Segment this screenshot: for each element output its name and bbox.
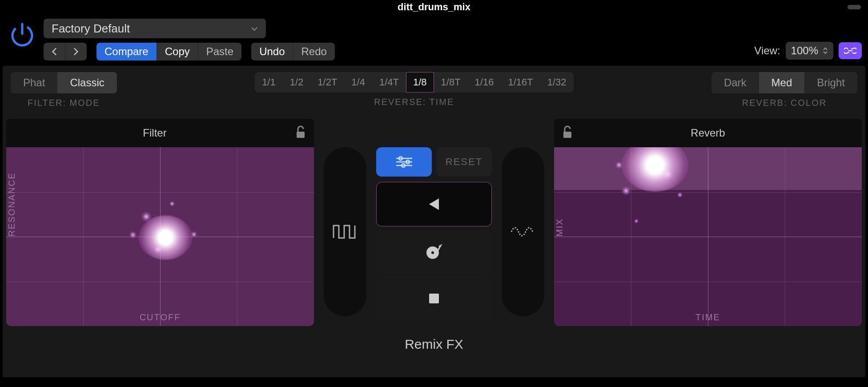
link-button[interactable] <box>839 42 862 59</box>
lock-open-icon[interactable] <box>562 125 573 141</box>
power-icon <box>9 21 36 48</box>
filter-pad-title: Filter <box>14 127 295 139</box>
reverse-time-option-1-8t[interactable]: 1/8T <box>434 72 468 93</box>
reverse-time-option-1-32[interactable]: 1/32 <box>540 72 574 93</box>
plugin-body: PhatClassic FILTER: MODE 1/11/21/2T1/41/… <box>3 66 865 377</box>
plugin-name-footer: Remix FX <box>3 326 865 352</box>
filter-mode-option-phat[interactable]: Phat <box>11 72 57 93</box>
reverse-time-option-1-16[interactable]: 1/16 <box>468 72 501 93</box>
compare-button[interactable]: Compare <box>96 43 157 60</box>
titlebar-pill-icon <box>848 5 861 9</box>
scratch-fx-button[interactable] <box>376 229 492 274</box>
sliders-icon <box>394 155 414 169</box>
filter-mode-segment: PhatClassic <box>11 72 117 93</box>
reverse-time-option-1-8[interactable]: 1/8 <box>406 72 434 93</box>
reverse-time-option-1-1[interactable]: 1/1 <box>255 72 283 93</box>
reverb-pad-title: Reverb <box>573 127 843 139</box>
reverse-fx-button[interactable] <box>376 182 492 226</box>
center-controls: RESET <box>376 143 492 326</box>
reverse-time-option-1-16t[interactable]: 1/16T <box>501 72 540 93</box>
play-reverse-icon <box>424 194 444 214</box>
chevron-right-icon <box>73 47 79 56</box>
reverb-xy-panel: Reverb MIX TIME <box>554 119 862 326</box>
filter-mode-option-classic[interactable]: Classic <box>57 72 117 93</box>
preset-prev-button[interactable] <box>44 43 65 60</box>
lock-open-icon[interactable] <box>295 125 306 141</box>
link-icon <box>844 46 856 55</box>
settings-button[interactable] <box>376 147 432 177</box>
zoom-value: 100% <box>791 44 818 57</box>
filter-x-axis-label: CUTOFF <box>140 312 181 322</box>
view-label: View: <box>754 44 780 57</box>
filter-xy-pad[interactable]: RESONANCE CUTOFF <box>6 147 314 326</box>
turntable-icon <box>424 241 444 262</box>
filter-xy-panel: Filter RESONANCE CUTOFF <box>6 119 314 326</box>
square-wave-icon <box>332 221 358 242</box>
reset-button[interactable]: RESET <box>436 147 492 177</box>
svg-point-10 <box>431 251 434 254</box>
svg-rect-11 <box>429 294 439 303</box>
reverse-time-option-1-4[interactable]: 1/4 <box>344 72 372 93</box>
power-button[interactable] <box>6 19 38 51</box>
titlebar: ditt_drums_mix <box>0 0 868 14</box>
stop-fx-button[interactable] <box>376 276 492 321</box>
paste-button[interactable]: Paste <box>198 43 241 60</box>
preset-name: Factory Default <box>52 22 130 36</box>
undo-button[interactable]: Undo <box>251 43 293 60</box>
reverb-y-axis-label: MIX <box>555 218 565 237</box>
gater-strip[interactable] <box>324 147 366 316</box>
preset-next-button[interactable] <box>65 43 87 60</box>
reverb-xy-pad[interactable]: MIX TIME <box>554 147 862 326</box>
plugin-toolbar: Factory Default Compare Copy Paste <box>0 14 868 64</box>
reverb-color-option-med[interactable]: Med <box>759 72 805 93</box>
reverse-time-option-1-2t[interactable]: 1/2T <box>310 72 344 93</box>
reverb-color-option-bright[interactable]: Bright <box>804 72 857 93</box>
redo-button[interactable]: Redo <box>293 43 335 60</box>
stepper-icon <box>823 47 828 55</box>
window-title: ditt_drums_mix <box>398 1 470 13</box>
copy-button[interactable]: Copy <box>157 43 198 60</box>
svg-rect-2 <box>297 132 305 138</box>
reverb-color-segment: DarkMedBright <box>711 72 857 93</box>
preset-select[interactable]: Factory Default <box>44 19 266 38</box>
reverse-time-label: REVERSE: TIME <box>374 97 454 107</box>
filter-mode-label: FILTER: MODE <box>28 98 100 108</box>
sine-wave-icon <box>510 221 536 242</box>
filter-y-axis-label: RESONANCE <box>7 172 17 237</box>
reverb-color-label: REVERB: COLOR <box>742 98 827 108</box>
svg-rect-12 <box>563 132 571 138</box>
reverse-time-segment: 1/11/21/2T1/41/4T1/81/8T1/161/16T1/32 <box>255 72 573 93</box>
downsampler-strip[interactable] <box>502 147 544 316</box>
chevron-down-icon <box>251 22 258 36</box>
zoom-select[interactable]: 100% <box>786 42 833 60</box>
chevron-left-icon <box>52 47 57 56</box>
reverb-x-axis-label: TIME <box>695 312 720 322</box>
stop-icon <box>424 288 444 309</box>
reverb-color-option-dark[interactable]: Dark <box>711 72 759 93</box>
reverse-time-option-1-2[interactable]: 1/2 <box>283 72 311 93</box>
reverse-time-option-1-4t[interactable]: 1/4T <box>372 72 406 93</box>
